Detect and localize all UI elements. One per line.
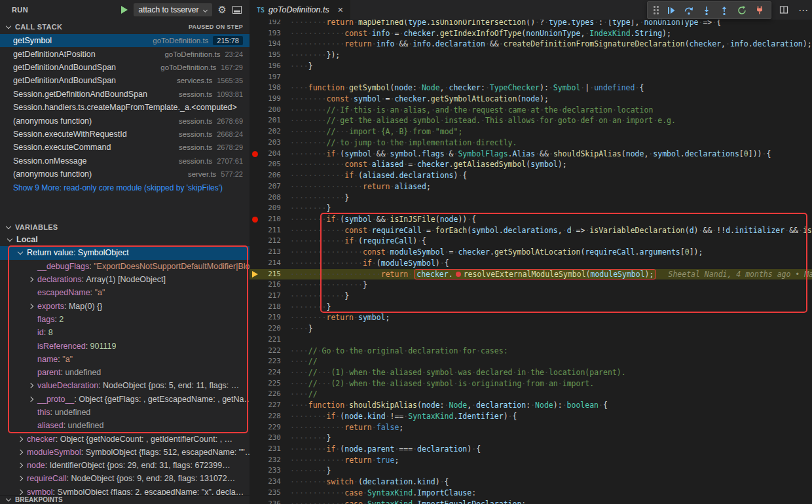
variable-row[interactable]: parent: undefined — [0, 366, 249, 379]
show-more-link[interactable]: Show 9 More: read-only core module (skip… — [0, 181, 249, 194]
code-text[interactable]: ········//·get·the·aliased·symbol·instea… — [281, 115, 676, 126]
chevron-right-icon[interactable] — [28, 277, 33, 282]
chevron-right-icon[interactable] — [28, 383, 33, 388]
code-text[interactable]: ············if·(requireCall)·{ — [281, 236, 426, 247]
code-text[interactable]: ····// — [281, 389, 318, 400]
stack-frame-row[interactable]: (anonymous function)server.ts577:22 — [0, 168, 249, 181]
code-text[interactable]: ············return·false; — [281, 422, 403, 433]
glyph-margin[interactable] — [249, 291, 261, 302]
glyph-margin[interactable] — [249, 39, 261, 50]
more-actions-icon[interactable]: ⋯ — [798, 5, 808, 15]
glyph-margin[interactable] — [249, 323, 261, 334]
glyph-margin[interactable] — [249, 94, 261, 105]
code-text[interactable]: ············} — [281, 192, 349, 204]
variable-row[interactable]: moduleSymbol: SymbolObject {flags: 512, … — [0, 446, 249, 459]
chevron-down-icon[interactable] — [7, 236, 12, 241]
glyph-margin[interactable] — [249, 50, 261, 61]
code-text[interactable]: ············const·info·=·checker.getInde… — [281, 28, 671, 39]
code-text[interactable]: ············const·requireCall·=·forEach(… — [281, 225, 812, 236]
glyph-margin[interactable] — [249, 61, 261, 72]
variable-row[interactable]: escapedName: "a" — [0, 286, 249, 299]
glyph-margin[interactable] — [249, 137, 261, 149]
code-text[interactable]: ········} — [281, 433, 331, 444]
chevron-right-icon[interactable] — [18, 490, 23, 495]
glyph-margin[interactable] — [249, 214, 261, 225]
glyph-margin[interactable] — [249, 225, 261, 236]
glyph-margin[interactable] — [249, 247, 261, 258]
drag-handle-icon[interactable] — [654, 6, 659, 14]
glyph-margin[interactable] — [249, 279, 261, 291]
chevron-right-icon[interactable] — [18, 463, 23, 468]
breakpoint-icon[interactable] — [252, 151, 258, 157]
close-icon[interactable]: × — [338, 5, 343, 14]
variable-row[interactable]: valueDeclaration: NodeObject {pos: 5, en… — [0, 379, 249, 392]
debug-continue-button[interactable] — [662, 2, 680, 18]
glyph-margin[interactable] — [249, 312, 261, 323]
stack-frame-row[interactable]: Session.onMessagesession.ts2707:61 — [0, 154, 249, 168]
code-text[interactable]: ····//···(1)·when·the·aliased·symbol·was… — [281, 367, 626, 378]
glyph-margin[interactable] — [249, 105, 261, 116]
glyph-margin[interactable] — [249, 181, 261, 192]
code-text[interactable]: ········const·symbol·=·checker.getSymbol… — [281, 94, 549, 105]
code-text[interactable]: ····} — [281, 61, 313, 72]
code-text[interactable]: ········return·symbol; — [281, 312, 390, 323]
variable-row[interactable]: isReferenced: 901119 — [0, 339, 249, 352]
glyph-margin[interactable] — [249, 488, 261, 499]
breakpoints-header[interactable]: BREAKPOINTS — [0, 495, 249, 504]
chevron-right-icon[interactable] — [28, 303, 33, 308]
stack-frame-row[interactable]: Session.getDefinitionAndBoundSpansession… — [0, 88, 249, 101]
glyph-margin[interactable] — [249, 444, 261, 455]
glyph-margin[interactable] — [249, 269, 261, 280]
variable-row[interactable]: aliased: undefined — [0, 419, 249, 432]
glyph-margin[interactable] — [249, 378, 261, 389]
inline-breakpoint-icon[interactable] — [456, 272, 461, 277]
variable-row[interactable]: symbol: SymbolObject {flags: 2, escapedN… — [0, 486, 249, 495]
glyph-margin[interactable] — [249, 400, 261, 411]
glyph-margin[interactable] — [249, 236, 261, 247]
stack-frame-row[interactable]: getDefinitionAndBoundSpanservices.ts1565… — [0, 74, 249, 87]
code-text[interactable]: ········//·If·this·is·an·alias,·and·the·… — [281, 105, 653, 116]
code-text[interactable]: ············} — [281, 291, 349, 302]
debug-step-out-button[interactable] — [715, 2, 733, 18]
debug-console-icon[interactable] — [232, 6, 242, 14]
glyph-margin[interactable] — [249, 72, 261, 83]
variable-row[interactable]: Return value: SymbolObject — [0, 246, 249, 259]
debug-config-select[interactable]: attach to tsserver — [134, 3, 212, 16]
stack-frame-row[interactable]: getSymbolgoToDefinition.ts215:78 — [0, 34, 249, 47]
code-text[interactable]: ············case·SyntaxKind.ImportClause… — [281, 488, 476, 499]
code-text[interactable]: ····function·shouldSkipAlias(node:·Node,… — [281, 400, 608, 411]
glyph-margin[interactable] — [249, 258, 261, 269]
code-text[interactable]: ········switch·(declaration.kind)·{ — [281, 477, 449, 488]
glyph-margin[interactable] — [249, 334, 261, 346]
code-text[interactable]: ····················return·checker.resol… — [281, 269, 657, 280]
glyph-margin[interactable] — [249, 433, 261, 444]
variables-header[interactable]: VARIABLES — [0, 221, 249, 233]
code-text[interactable]: ············const·aliased·=·checker.getA… — [281, 159, 567, 170]
variable-row[interactable]: exports: Map(0) {} — [0, 299, 249, 312]
code-text[interactable]: ············return·info·&&·info.declarat… — [281, 39, 812, 50]
code-text[interactable]: ····} — [281, 323, 313, 334]
code-text[interactable]: ········if·(symbol·&&·isInJSFile(node))·… — [281, 214, 476, 225]
code-text[interactable]: ········if·(symbol·&&·symbol.flags·&·Sym… — [281, 149, 771, 160]
variable-row[interactable]: id: 8 — [0, 326, 249, 339]
glyph-margin[interactable] — [249, 28, 261, 39]
chevron-right-icon[interactable] — [28, 396, 33, 401]
code-text[interactable]: ················const·moduleSymbol·=·che… — [281, 247, 703, 258]
code-text[interactable]: ········} — [281, 203, 331, 214]
glyph-margin[interactable] — [249, 115, 261, 126]
code-text[interactable]: ················if·(moduleSymbol)·{ — [281, 258, 449, 269]
glyph-margin[interactable] — [249, 411, 261, 422]
variable-row[interactable]: __debugFlags: "ExportDoesNotSupportDefau… — [0, 260, 249, 273]
glyph-margin[interactable] — [249, 422, 261, 433]
debug-disconnect-button[interactable] — [750, 2, 768, 18]
glyph-margin[interactable] — [249, 203, 261, 214]
code-text[interactable]: ····//···(2)·when·the·aliased·symbol·is·… — [281, 378, 594, 389]
code-text[interactable]: ············return·true; — [281, 455, 399, 466]
stack-frame-row[interactable]: getDefinitionAtPositiongoToDefinition.ts… — [0, 47, 249, 60]
variable-row[interactable]: Local — [0, 233, 249, 246]
code-text[interactable]: ········} — [281, 302, 331, 313]
chevron-right-icon[interactable] — [18, 436, 23, 441]
glyph-margin[interactable] — [249, 356, 261, 367]
glyph-margin[interactable] — [249, 477, 261, 488]
glyph-margin[interactable] — [249, 367, 261, 378]
